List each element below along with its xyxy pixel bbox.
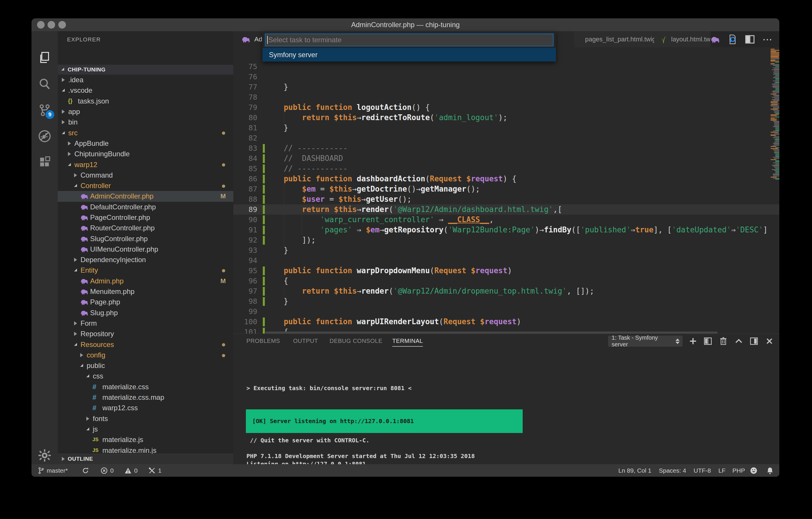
quickpick-input[interactable]: Select task to terminate (265, 33, 554, 47)
tree-section-header[interactable]: CHIP-TUNING (58, 65, 233, 74)
gear-icon (38, 449, 51, 462)
tree-item-routercontroller-php[interactable]: RouterController.php (58, 223, 233, 233)
php-icon (80, 236, 90, 242)
status-bar: master* 0 0 1 Ln 89, Col 1 Spaces: 4 UTF… (31, 464, 779, 477)
tree-item-admincontroller-php[interactable]: AdminController.phpM (58, 191, 233, 202)
tab-pages-list-part[interactable]: pages_list_part.html.twig (574, 31, 655, 47)
tree-item-command[interactable]: Command (58, 170, 233, 181)
tree-item-materialize-js[interactable]: JSmaterialize.js (58, 434, 233, 445)
terminal-picker[interactable]: 1: Task - Symfony server (608, 336, 683, 347)
notifications-bell-icon[interactable] (766, 464, 774, 477)
tree-item-app[interactable]: app (58, 106, 233, 117)
tree-item-label: Command (81, 171, 113, 179)
git-branch-status[interactable]: master* (38, 464, 68, 477)
terminal-output[interactable]: > Executing task: bin/console server:run… (233, 348, 779, 477)
line-number: 99 (233, 306, 257, 317)
more-actions-icon[interactable]: ⋯ (762, 38, 773, 41)
git-modified-dot (222, 163, 225, 166)
php-icon (80, 246, 90, 252)
tree-item-fonts[interactable]: fonts (58, 414, 233, 424)
errors-status[interactable]: 0 (100, 464, 114, 477)
close-panel-button[interactable] (765, 336, 774, 347)
outline-section-header[interactable]: OUTLINE (58, 454, 233, 464)
tree-item-config[interactable]: config (58, 350, 233, 360)
tree-item-dependencyinjection[interactable]: DependencyInjection (58, 254, 233, 265)
tree-item-slug-php[interactable]: Slug.php (58, 308, 233, 318)
tree-item-materialize-css[interactable]: #materialize.css (58, 382, 233, 392)
php-icon (80, 204, 90, 210)
tree-item-public[interactable]: public (58, 360, 233, 371)
sync-button[interactable] (82, 464, 89, 477)
tree-item-page-php[interactable]: Page.php (58, 297, 233, 307)
tree-item-resources[interactable]: Resources (58, 339, 233, 349)
tree-item-appbundle[interactable]: AppBundle (58, 138, 233, 149)
tree-item-form[interactable]: Form (58, 318, 233, 329)
tree-item-tasks-json[interactable]: {}tasks.json (58, 96, 233, 106)
new-terminal-button[interactable] (689, 336, 697, 347)
split-terminal-button[interactable] (703, 336, 712, 347)
maximize-panel-button[interactable] (734, 336, 743, 347)
quickpick-item-symfony-server[interactable]: Symfony server (262, 48, 556, 62)
tree-item-warp12[interactable]: warp12 (58, 159, 233, 170)
cursor-position[interactable]: Ln 89, Col 1 (618, 464, 651, 477)
feedback-smiley-icon[interactable] (750, 464, 758, 477)
line-number: 90 (233, 215, 257, 225)
indentation-status[interactable]: Spaces: 4 (659, 464, 686, 477)
tree-item-js[interactable]: js (58, 424, 233, 434)
language-mode[interactable]: PHP (732, 464, 745, 477)
split-editor-icon[interactable] (745, 34, 755, 44)
line-number: 84 (233, 153, 257, 163)
tree-item-src[interactable]: src (58, 127, 233, 138)
tree-item-menuitem-php[interactable]: Menuitem.php (58, 286, 233, 297)
tree-item-uimenucontroller-php[interactable]: UIMenuController.php (58, 244, 233, 254)
move-panel-button[interactable] (750, 336, 758, 347)
tree-item--idea[interactable]: .idea (58, 74, 233, 85)
chevron-expanded-icon (86, 427, 89, 430)
code-line-87: 87 $em = $this→getDoctrine()→getManager(… (233, 184, 779, 194)
sidebar-item-explorer[interactable] (31, 47, 58, 68)
tree-item-css[interactable]: css (58, 371, 233, 381)
chevron-collapsed-icon (80, 353, 83, 357)
tab-problems[interactable]: PROBLEMS (246, 334, 280, 348)
sidebar-item-extensions[interactable] (31, 152, 58, 173)
code-line-98: 98 } (233, 296, 779, 306)
kill-terminal-button[interactable] (719, 336, 727, 347)
tasks-status[interactable]: 1 (148, 464, 162, 477)
tree-item-admin-php[interactable]: Admin.phpM (58, 276, 233, 286)
minimap[interactable] (770, 49, 779, 200)
tree-item-entity[interactable]: Entity (58, 265, 233, 276)
tree-item-pagecontroller-php[interactable]: PageController.php (58, 212, 233, 223)
line-number: 92 (233, 235, 257, 245)
tree-item-materialize-css-map[interactable]: #materialize.css.map (58, 392, 233, 403)
tree-item-label: app (68, 108, 80, 116)
sidebar-item-debug[interactable] (31, 125, 58, 147)
open-preview-icon[interactable] (727, 34, 737, 44)
warnings-status[interactable]: 0 (124, 464, 138, 477)
tree-item-warp12-css[interactable]: #warp12.css (58, 403, 233, 413)
chevron-collapsed-icon (86, 417, 89, 421)
tab-debug-console[interactable]: DEBUG CONSOLE (329, 334, 382, 348)
tree-item-chiptuningbundle[interactable]: ChiptuningBundle (58, 149, 233, 159)
sidebar-item-search[interactable] (31, 73, 58, 94)
code-editor[interactable]: 757677 }7879 public function logoutActio… (233, 47, 779, 334)
encoding-status[interactable]: UTF-8 (694, 464, 711, 477)
tree-item-defaultcontroller-php[interactable]: DefaultController.php (58, 202, 233, 212)
tree-item-controller[interactable]: Controller (58, 181, 233, 191)
tree-item-label: public (87, 362, 105, 370)
tab-output[interactable]: OUTPUT (293, 334, 318, 348)
tree-item-slugcontroller-php[interactable]: SlugController.php (58, 233, 233, 244)
tree-item-repository[interactable]: Repository (58, 329, 233, 339)
git-gutter-added (263, 287, 265, 296)
tree-item-label: SlugController.php (90, 235, 148, 243)
chevron-right-icon (62, 457, 65, 461)
select-arrows-icon (675, 338, 679, 344)
php-icon (80, 299, 90, 305)
sidebar-item-source-control[interactable]: 9 (31, 99, 58, 121)
settings-button[interactable] (31, 445, 58, 466)
tree-item-bin[interactable]: bin (58, 117, 233, 127)
line-number: 94 (233, 255, 257, 266)
tab-terminal[interactable]: TERMINAL (392, 334, 423, 348)
eol-status[interactable]: LF (718, 464, 726, 477)
code-line-97: 97 return $this→render('@Warp12/Admin/dr… (233, 286, 779, 296)
tree-item--vscode[interactable]: .vscode (58, 85, 233, 96)
